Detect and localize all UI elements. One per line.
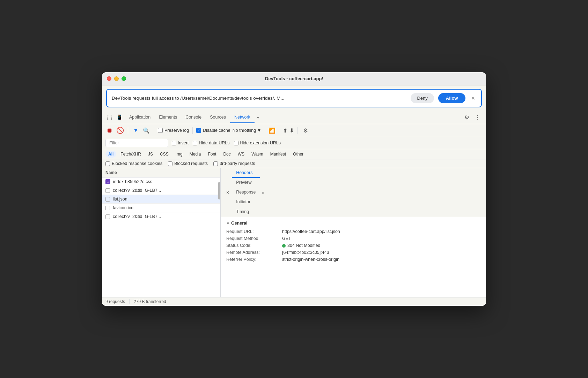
throttle-select[interactable]: No throttling ▼ xyxy=(233,128,262,133)
close-details-button[interactable]: × xyxy=(223,188,232,197)
file-checkbox[interactable] xyxy=(105,188,110,193)
file-item[interactable]: favicon.ico xyxy=(102,204,220,212)
header-row: Request Method: GET xyxy=(226,236,480,241)
triangle-icon: ▼ xyxy=(226,221,230,225)
more-tabs-button[interactable]: » xyxy=(255,112,261,123)
type-filter-wasm[interactable]: Wasm xyxy=(249,151,266,158)
type-filter-all[interactable]: All xyxy=(105,151,116,158)
invert-checkbox-label[interactable]: Invert xyxy=(172,141,189,145)
third-party-checkbox[interactable] xyxy=(213,161,218,166)
divider-2 xyxy=(154,127,154,134)
tab-console[interactable]: Console xyxy=(181,112,206,123)
blocked-cookies-checkbox[interactable] xyxy=(105,161,110,166)
status-dot xyxy=(282,244,286,248)
headers-content: ▼ General Request URL: https://coffee-ca… xyxy=(221,217,486,297)
hide-data-urls-label[interactable]: Hide data URLs xyxy=(193,141,229,145)
third-party-label[interactable]: 3rd-party requests xyxy=(213,161,255,166)
file-item[interactable]: □ index-b859522e.css xyxy=(102,177,220,186)
tab-sources[interactable]: Sources xyxy=(206,112,230,123)
hide-extension-urls-checkbox[interactable] xyxy=(234,141,238,145)
upload-icon[interactable]: ⬆ xyxy=(283,127,287,134)
file-checkbox[interactable] xyxy=(105,214,110,219)
tab-network[interactable]: Network xyxy=(230,112,255,123)
deny-button[interactable]: Deny xyxy=(411,93,434,103)
type-filter-ws[interactable]: WS xyxy=(235,151,247,158)
blocked-requests-label[interactable]: Blocked requests xyxy=(168,161,208,166)
preserve-log-text: Preserve log xyxy=(164,128,189,133)
file-checkbox[interactable] xyxy=(105,206,110,210)
tab-application[interactable]: Application xyxy=(125,112,155,123)
detail-tab-initiator[interactable]: Initiator xyxy=(232,197,260,207)
filter-button[interactable]: ▼ xyxy=(132,126,140,135)
header-value: strict-origin-when-cross-origin xyxy=(282,257,480,262)
cursor-icon[interactable]: ⬚ xyxy=(105,111,114,123)
disable-cache-text: Disable cache xyxy=(203,128,230,133)
file-name: index-b859522e.css xyxy=(113,179,217,184)
scrollbar-thumb[interactable] xyxy=(218,182,220,199)
wifi-icon[interactable]: 📶 xyxy=(269,127,275,134)
type-filter-other[interactable]: Other xyxy=(290,151,306,158)
settings-icon[interactable]: ⚙ xyxy=(462,112,472,123)
type-filter-img[interactable]: Img xyxy=(173,151,185,158)
detail-tab-preview[interactable]: Preview xyxy=(232,178,260,188)
divider-3 xyxy=(192,127,193,134)
stop-recording-button[interactable]: ⏺ xyxy=(105,126,114,135)
header-label: Request URL: xyxy=(226,229,282,234)
network-settings-icon[interactable]: ⚙ xyxy=(301,126,310,135)
file-items-container: □ index-b859522e.css collect?v=2&tid=G-L… xyxy=(102,177,220,221)
window-title: DevTools - coffee-cart.app/ xyxy=(265,76,323,81)
blocked-requests-text: Blocked requests xyxy=(174,161,208,166)
blocked-row: Blocked response cookies Blocked request… xyxy=(102,159,486,168)
disable-cache-checkbox[interactable]: ✓ xyxy=(196,128,201,133)
more-options-icon[interactable]: ⋮ xyxy=(472,112,483,123)
type-filter-js[interactable]: JS xyxy=(145,151,156,158)
maximize-button[interactable] xyxy=(122,76,126,81)
filter-row: Invert Hide data URLs Hide extension URL… xyxy=(102,137,486,149)
device-icon[interactable]: 📱 xyxy=(114,112,125,123)
file-checkbox[interactable] xyxy=(105,197,110,202)
header-label: Request Method: xyxy=(226,236,282,241)
clear-button[interactable]: 🚫 xyxy=(116,126,124,135)
blocked-requests-checkbox[interactable] xyxy=(168,161,172,166)
close-banner-button[interactable]: × xyxy=(470,95,476,101)
search-button[interactable]: 🔍 xyxy=(142,126,150,135)
file-item[interactable]: collect?v=2&tid=G-LB7... xyxy=(102,186,220,195)
type-filter-css[interactable]: CSS xyxy=(157,151,171,158)
header-value: 304 Not Modified xyxy=(282,243,480,248)
type-filter-media[interactable]: Media xyxy=(187,151,204,158)
file-item[interactable]: list.json xyxy=(102,195,220,204)
hide-extension-urls-label[interactable]: Hide extension URLs xyxy=(234,141,281,145)
download-icon[interactable]: ⬇ xyxy=(289,127,294,134)
type-filter-doc[interactable]: Doc xyxy=(220,151,233,158)
invert-checkbox[interactable] xyxy=(172,141,176,145)
type-filter-row: AllFetch/XHRJSCSSImgMediaFontDocWSWasmMa… xyxy=(102,149,486,159)
divider-1 xyxy=(128,127,128,134)
third-party-text: 3rd-party requests xyxy=(220,161,255,166)
preserve-log-label[interactable]: Preserve log xyxy=(158,128,189,133)
header-rows-container: Request URL: https://coffee-cart.app/lis… xyxy=(226,229,480,262)
traffic-lights xyxy=(107,76,126,81)
file-item[interactable]: collect?v=2&tid=G-LB7... xyxy=(102,212,220,221)
allow-button[interactable]: Allow xyxy=(438,93,466,103)
general-title: General xyxy=(231,221,248,226)
tab-elements[interactable]: Elements xyxy=(155,112,181,123)
detail-tab-headers[interactable]: Headers xyxy=(232,168,260,178)
preserve-log-checkbox[interactable] xyxy=(158,128,163,133)
type-filter-fetch-xhr[interactable]: Fetch/XHR xyxy=(118,151,144,158)
disable-cache-label[interactable]: ✓ Disable cache xyxy=(196,128,230,133)
filter-input[interactable] xyxy=(105,139,168,147)
detail-tab-timing[interactable]: Timing xyxy=(232,207,260,217)
hide-extension-urls-text: Hide extension URLs xyxy=(240,141,281,145)
detail-tab-response[interactable]: Response xyxy=(232,188,260,197)
close-button[interactable] xyxy=(107,76,111,81)
more-detail-tabs[interactable]: » xyxy=(260,188,266,197)
hide-data-urls-checkbox[interactable] xyxy=(193,141,197,145)
divider-4 xyxy=(265,127,265,134)
titlebar: DevTools - coffee-cart.app/ xyxy=(102,72,486,85)
header-label: Remote Address: xyxy=(226,250,282,255)
type-filter-manifest[interactable]: Manifest xyxy=(267,151,289,158)
minimize-button[interactable] xyxy=(114,76,119,81)
blocked-response-cookies-label[interactable]: Blocked response cookies xyxy=(105,161,162,166)
hide-data-urls-text: Hide data URLs xyxy=(199,141,229,145)
type-filter-font[interactable]: Font xyxy=(205,151,219,158)
